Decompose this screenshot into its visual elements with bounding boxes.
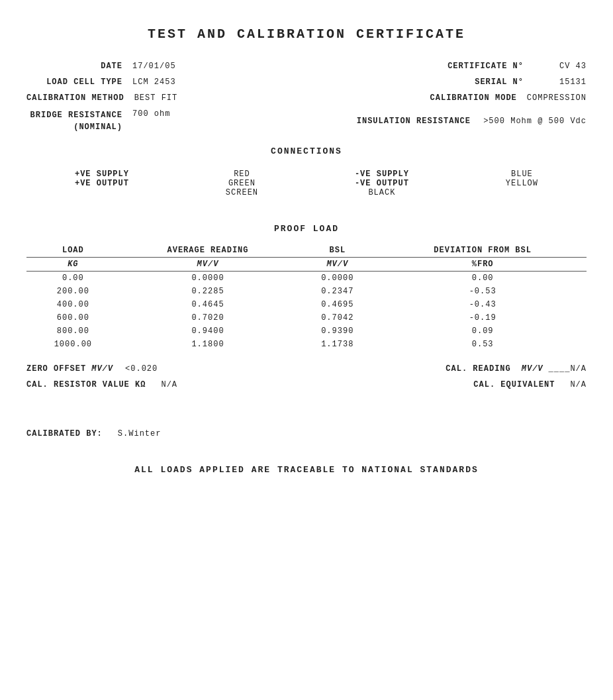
col-header-avg: AVERAGE READING — [120, 244, 297, 258]
date-label: DATE — [26, 62, 132, 71]
cal-reading-value: ____N/A — [549, 364, 587, 374]
cell-dev-1: -0.53 — [379, 285, 587, 298]
load-cell-value: LCM 2453 — [132, 77, 176, 87]
date-cert-row: DATE 17/01/05 CERTIFICATE N° CV 43 — [26, 62, 587, 71]
bridge-value: 700 ohm — [132, 109, 170, 119]
insulation-value: >500 Mohm @ 500 Vdc — [481, 117, 587, 126]
conn-red: RED — [226, 170, 258, 179]
cal-mode-group: CALIBRATION MODE COMPRESSION — [306, 93, 587, 103]
cal-resistor-value: N/A — [161, 380, 177, 389]
table-header-row1: LOAD AVERAGE READING BSL DEVIATION FROM … — [26, 244, 587, 258]
page: TEST AND CALIBRATION CERTIFICATE DATE 17… — [7, 13, 606, 488]
col-unit-avg: mV/V — [120, 258, 297, 272]
conn-group-right-labels: -VE SUPPLY -VE OUTPUT BLACK — [355, 170, 409, 197]
connections-section: CONNECTIONS +VE SUPPLY +VE OUTPUT RED GR… — [26, 146, 587, 197]
table-row: 800.000.94000.93900.09 — [26, 325, 587, 338]
cal-method-value: BEST FIT — [134, 93, 178, 103]
cal-method-row: CALIBRATION METHOD BEST FIT CALIBRATION … — [26, 93, 587, 103]
col-unit-bsl: mV/V — [296, 258, 379, 272]
date-group: DATE 17/01/05 — [26, 62, 306, 71]
calibrated-section: CALIBRATED BY: S.Winter — [26, 429, 587, 438]
serial-value: 15131 — [534, 77, 587, 87]
cert-value: CV 43 — [534, 62, 587, 71]
zero-offset-left: ZERO OFFSET mV/V <0.020 — [26, 364, 306, 374]
cell-avg-4: 0.9400 — [120, 325, 297, 338]
table-row: 0.000.00000.00000.00 — [26, 272, 587, 285]
serial-group: SERIAL N° 15131 — [306, 77, 587, 87]
conn-plus-supply-label: +VE SUPPLY — [75, 170, 129, 179]
calibrated-value: S.Winter — [118, 429, 162, 438]
cell-load-4: 800.00 — [26, 325, 120, 338]
connections-title: CONNECTIONS — [26, 146, 587, 156]
cal-equivalent-label: CAL. EQUIVALENT — [473, 380, 555, 389]
cert-label: CERTIFICATE N° — [448, 62, 534, 71]
cell-bsl-2: 0.4695 — [296, 298, 379, 311]
conn-yellow: YELLOW — [506, 179, 538, 188]
cell-bsl-1: 0.2347 — [296, 285, 379, 298]
load-cell-group: LOAD CELL TYPE LCM 2453 — [26, 77, 306, 87]
cell-avg-2: 0.4645 — [120, 298, 297, 311]
cell-dev-0: 0.00 — [379, 272, 587, 285]
cell-bsl-3: 0.7042 — [296, 311, 379, 325]
table-row: 200.000.22850.2347-0.53 — [26, 285, 587, 298]
zero-offset-value: <0.020 — [125, 364, 158, 374]
cell-load-0: 0.00 — [26, 272, 120, 285]
table-row: 400.000.46450.4695-0.43 — [26, 298, 587, 311]
conn-minus-output-label: -VE OUTPUT — [355, 179, 409, 188]
cell-avg-0: 0.0000 — [120, 272, 297, 285]
proof-load-section: PROOF LOAD LOAD AVERAGE READING BSL DEVI… — [26, 224, 587, 389]
table-container: LOAD AVERAGE READING BSL DEVIATION FROM … — [26, 244, 587, 351]
cal-resistor-label: CAL. RESISTOR VALUE KΩ — [26, 380, 146, 389]
bridge-group: BRIDGE RESISTANCE (NOMINAL) 700 ohm — [26, 109, 306, 133]
footer-section: ALL LOADS APPLIED ARE TRACEABLE TO NATIO… — [26, 465, 587, 475]
cal-reading-unit: mV/V — [522, 364, 543, 374]
cell-dev-3: -0.19 — [379, 311, 587, 325]
proof-load-table: LOAD AVERAGE READING BSL DEVIATION FROM … — [26, 244, 587, 351]
table-header-row2: KG mV/V mV/V %FRO — [26, 258, 587, 272]
load-cell-label: LOAD CELL TYPE — [26, 77, 132, 87]
cal-resistor-left: CAL. RESISTOR VALUE KΩ N/A — [26, 380, 306, 389]
cal-method-group: CALIBRATION METHOD BEST FIT — [26, 93, 306, 103]
cal-equivalent-value: N/A — [570, 380, 587, 389]
zero-offset-unit: mV/V — [91, 364, 113, 374]
cell-bsl-4: 0.9390 — [296, 325, 379, 338]
bridge-label: BRIDGE RESISTANCE (NOMINAL) — [26, 109, 132, 133]
col-header-dev: DEVIATION FROM BSL — [379, 244, 587, 258]
cert-group: CERTIFICATE N° CV 43 — [306, 62, 587, 71]
connections-grid: +VE SUPPLY +VE OUTPUT RED GREEN SCREEN -… — [26, 170, 587, 197]
insulation-group: INSULATION RESISTANCE >500 Mohm @ 500 Vd… — [306, 109, 587, 133]
conn-group-left-values: RED GREEN SCREEN — [226, 170, 258, 197]
zero-offset-row: ZERO OFFSET mV/V <0.020 CAL. READING mV/… — [26, 364, 587, 374]
cell-avg-5: 1.1800 — [120, 338, 297, 351]
conn-plus-output-label: +VE OUTPUT — [75, 179, 129, 188]
cell-load-5: 1000.00 — [26, 338, 120, 351]
conn-black: BLACK — [355, 188, 409, 197]
cell-bsl-0: 0.0000 — [296, 272, 379, 285]
cell-avg-1: 0.2285 — [120, 285, 297, 298]
cal-equivalent-right: CAL. EQUIVALENT N/A — [306, 380, 587, 389]
cal-reading-label: CAL. READING — [446, 364, 510, 374]
cell-dev-4: 0.09 — [379, 325, 587, 338]
cell-dev-2: -0.43 — [379, 298, 587, 311]
cal-reading-right: CAL. READING mV/V ____N/A — [306, 364, 587, 374]
load-cell-row: LOAD CELL TYPE LCM 2453 SERIAL N° 15131 — [26, 77, 587, 87]
proof-load-title: PROOF LOAD — [26, 224, 587, 234]
cal-mode-label: CALIBRATION MODE — [430, 93, 527, 103]
bridge-insulation-row: BRIDGE RESISTANCE (NOMINAL) 700 ohm INSU… — [26, 109, 587, 133]
cal-mode-value: COMPRESSION — [527, 93, 587, 103]
proof-load-tbody: 0.000.00000.00000.00200.000.22850.2347-0… — [26, 272, 587, 352]
cell-avg-3: 0.7020 — [120, 311, 297, 325]
date-value: 17/01/05 — [132, 62, 176, 71]
col-header-bsl: BSL — [296, 244, 379, 258]
zero-offset-label: ZERO OFFSET — [26, 364, 86, 374]
conn-minus-supply-label: -VE SUPPLY — [355, 170, 409, 179]
calibrated-label: CALIBRATED BY: — [26, 429, 103, 438]
col-header-load: LOAD — [26, 244, 120, 258]
cell-load-2: 400.00 — [26, 298, 120, 311]
footer-text: ALL LOADS APPLIED ARE TRACEABLE TO NATIO… — [26, 465, 587, 475]
col-unit-dev: %FRO — [379, 258, 587, 272]
cell-dev-5: 0.53 — [379, 338, 587, 351]
cal-resistor-row: CAL. RESISTOR VALUE KΩ N/A CAL. EQUIVALE… — [26, 380, 587, 389]
main-title: TEST AND CALIBRATION CERTIFICATE — [26, 26, 587, 42]
conn-screen: SCREEN — [226, 188, 258, 197]
